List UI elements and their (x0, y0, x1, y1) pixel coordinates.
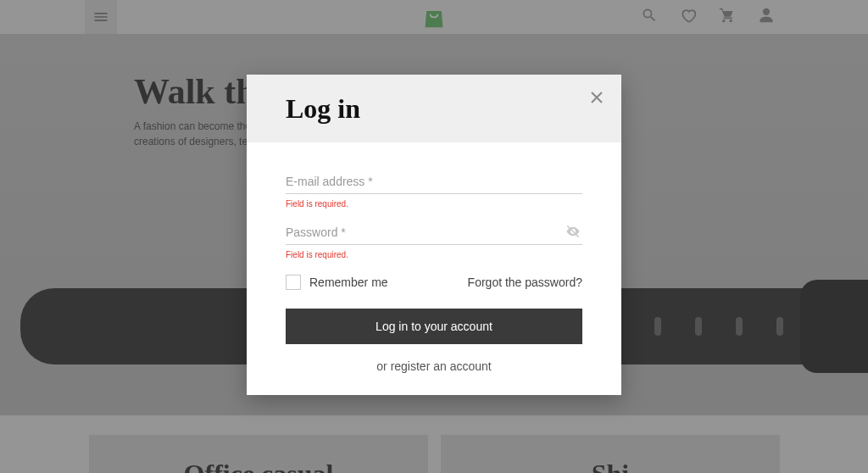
close-icon (591, 92, 603, 103)
modal-title: Log in (286, 93, 360, 125)
email-error: Field is required. (286, 199, 582, 209)
remember-me[interactable]: Remember me (286, 275, 388, 290)
password-field[interactable] (286, 220, 582, 245)
modal-body: Field is required. Field is required. Re… (247, 142, 621, 395)
forgot-password-link[interactable]: Forgot the password? (468, 275, 582, 289)
modal-header: Log in (247, 75, 621, 142)
password-error: Field is required. (286, 250, 582, 259)
remember-row: Remember me Forgot the password? (286, 275, 582, 290)
remember-label: Remember me (309, 275, 388, 289)
email-field[interactable] (286, 170, 582, 194)
login-button[interactable]: Log in to your account (286, 309, 582, 344)
password-field-wrapper (286, 220, 582, 245)
eye-off-icon (565, 224, 581, 239)
remember-checkbox[interactable] (286, 275, 301, 290)
toggle-password-visibility[interactable] (565, 224, 581, 239)
close-button[interactable] (587, 88, 606, 107)
email-field-wrapper (286, 170, 582, 194)
login-modal: Log in Field is required. Field is requi… (247, 75, 621, 395)
register-link[interactable]: or register an account (286, 359, 582, 373)
